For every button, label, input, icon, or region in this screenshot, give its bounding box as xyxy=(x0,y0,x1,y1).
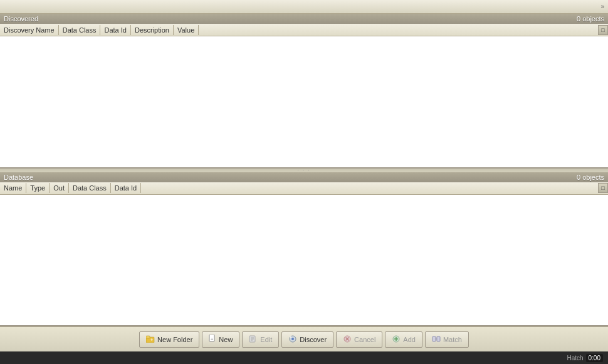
cancel-label: Cancel xyxy=(354,336,375,343)
edit-button[interactable]: Edit xyxy=(242,331,279,348)
discovered-col-data-class: Data Class xyxy=(59,25,101,35)
bottom-bar: + New Folder + New Edit xyxy=(0,326,608,351)
status-bar: Hatch 0:00 xyxy=(0,351,608,364)
add-icon xyxy=(392,335,401,345)
database-count: 0 objects xyxy=(577,174,604,181)
database-col-options-btn[interactable]: □ xyxy=(598,183,608,193)
new-page-icon: + xyxy=(209,335,216,345)
svg-rect-1 xyxy=(146,336,150,338)
database-title: Database xyxy=(4,174,33,181)
database-panel-header: Database 0 objects xyxy=(0,172,608,182)
toolbar-arrow[interactable]: » xyxy=(600,3,604,10)
discover-icon xyxy=(288,335,297,345)
discovered-count: 0 objects xyxy=(577,15,604,23)
svg-text:+: + xyxy=(211,336,214,342)
status-time: 0:00 xyxy=(586,354,603,362)
match-label: Match xyxy=(443,336,462,343)
database-panel: Database 0 objects Name Type Out Data Cl… xyxy=(0,172,608,327)
add-button[interactable]: Add xyxy=(385,331,422,348)
new-button[interactable]: + New xyxy=(202,331,239,348)
edit-label: Edit xyxy=(260,336,272,343)
database-col-data-id: Data Id xyxy=(111,183,141,193)
discover-button[interactable]: Discover xyxy=(281,331,333,348)
cancel-icon xyxy=(343,335,352,345)
svg-rect-18 xyxy=(432,336,436,341)
discovered-col-row: Discovery Name Data Class Data Id Descri… xyxy=(0,24,608,36)
svg-point-10 xyxy=(291,338,294,340)
discovered-panel-header: Discovered 0 objects xyxy=(0,14,608,24)
cancel-button[interactable]: Cancel xyxy=(336,331,382,348)
discovered-col-options-btn[interactable]: □ xyxy=(598,25,608,35)
new-label: New xyxy=(219,336,233,343)
discovered-columns: Discovery Name Data Class Data Id Descri… xyxy=(0,24,608,36)
discovered-panel: Discovered 0 objects Discovery Name Data… xyxy=(0,14,608,169)
new-folder-button[interactable]: + New Folder xyxy=(139,331,199,348)
svg-rect-19 xyxy=(437,336,440,341)
database-panel-body xyxy=(0,195,608,326)
database-col-data-class: Data Class xyxy=(69,183,111,193)
new-folder-label: New Folder xyxy=(157,336,192,343)
discovered-title: Discovered xyxy=(4,15,38,23)
top-toolbar: » xyxy=(0,0,608,14)
discovered-panel-body xyxy=(0,36,608,167)
database-col-out: Out xyxy=(50,183,69,193)
discovered-col-data-id: Data Id xyxy=(100,25,130,35)
database-col-type: Type xyxy=(26,183,50,193)
add-label: Add xyxy=(403,336,416,343)
database-col-name: Name xyxy=(0,183,26,193)
match-button[interactable]: Match xyxy=(425,331,469,348)
discovered-col-value: Value xyxy=(174,25,199,35)
database-col-row: Name Type Out Data Class Data Id □ xyxy=(0,182,608,194)
discover-label: Discover xyxy=(300,336,327,343)
folder-icon: + xyxy=(146,335,155,344)
edit-icon xyxy=(249,335,258,345)
svg-point-11 xyxy=(290,336,291,338)
discovered-col-discovery-name: Discovery Name xyxy=(0,25,59,35)
database-columns: Name Type Out Data Class Data Id □ xyxy=(0,182,608,195)
main-content: Discovered 0 objects Discovery Name Data… xyxy=(0,14,608,326)
match-icon xyxy=(432,335,441,345)
discovered-col-description: Description xyxy=(131,25,174,35)
svg-text:+: + xyxy=(150,338,153,342)
hatch-label: Hatch xyxy=(567,355,583,361)
